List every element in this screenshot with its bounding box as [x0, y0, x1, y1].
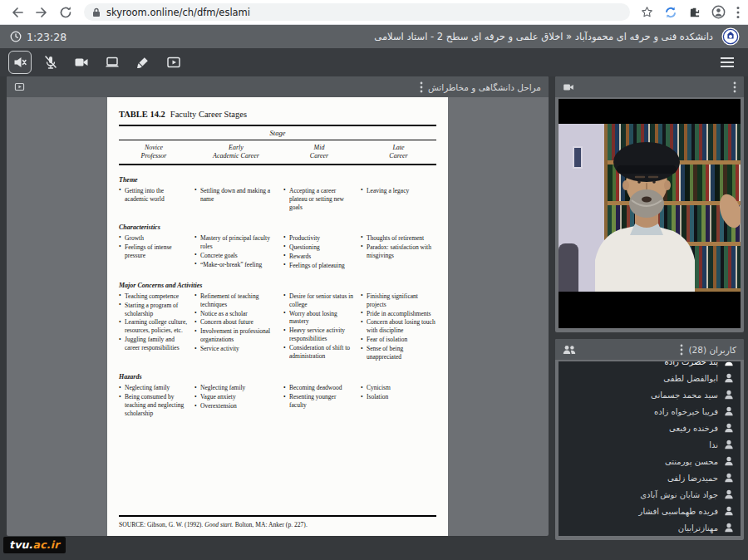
- bullet-item: Worry about losing mastery: [283, 310, 355, 327]
- bullet-item: Isolation: [361, 393, 436, 401]
- browser-chrome: skyroom.online/ch/dfm/eslami: [0, 0, 748, 25]
- slide-document: TABLE 14.2Faculty Career Stages Stage No…: [107, 97, 448, 536]
- bullet-item: Involvement in professional organization…: [194, 327, 278, 344]
- bullet-item: Concern about losing touch with discipli…: [361, 318, 436, 335]
- bullet-item: Productivity: [283, 234, 355, 243]
- section-row: GrowthFeelings of intense pressureMaster…: [119, 234, 436, 271]
- webcam-icon: [563, 81, 574, 93]
- bullet-item: Getting into the academic world: [119, 187, 189, 204]
- user-list-item[interactable]: فریبا خیرخواه زاده: [565, 403, 734, 420]
- profile-avatar-icon[interactable]: [711, 5, 726, 19]
- rule: [119, 125, 436, 126]
- bullet-item: Concern about future: [194, 318, 278, 327]
- bullet-item: Finishing significant projects: [361, 292, 436, 309]
- bullet-item: Questioning: [283, 243, 355, 252]
- rule: [119, 515, 436, 517]
- section-title: Hazards: [119, 373, 436, 381]
- url-bar[interactable]: skyroom.online/ch/dfm/eslami: [84, 3, 630, 21]
- user-list-item[interactable]: مهنازترابیان: [565, 519, 734, 536]
- user-list-item[interactable]: ابوالفضل لطفی: [565, 370, 734, 386]
- bullet-item: Feelings of intense pressure: [119, 243, 189, 260]
- presentation-menu-kebab-icon[interactable]: [420, 81, 423, 93]
- sync-extension-icon[interactable]: [664, 6, 677, 19]
- webcam-scene: [559, 124, 741, 292]
- back-icon[interactable]: [11, 6, 24, 19]
- badge-text-white: tvu.: [9, 538, 33, 551]
- user-list-item[interactable]: فریده طهماسبی افشار: [565, 503, 734, 519]
- column-header: NoviceProfessor: [119, 144, 189, 161]
- presentation-panel: مراحل دانشگاهی و مخاطراتش TABLE 14.2Facu…: [7, 76, 549, 536]
- session-title: دانشکده فنی و حرفه ای محمودآباد « اخلاق …: [374, 31, 713, 42]
- bullet-item: Paradox: satisfaction with misgivings: [361, 243, 436, 260]
- webcam-video[interactable]: [559, 99, 741, 328]
- user-list[interactable]: پند حضرت زاده ابوالفضل لطفی سید محمد جسم…: [559, 361, 741, 536]
- rule: [119, 140, 436, 140]
- column-header: EarlyAcademic Career: [194, 144, 278, 161]
- url-text: skyroom.online/ch/dfm/eslami: [106, 7, 250, 18]
- table-caption: TABLE 14.2Faculty Career Stages: [119, 110, 436, 119]
- table-label: TABLE 14.2: [119, 110, 165, 119]
- user-list-item[interactable]: پند حضرت زاده: [565, 361, 734, 370]
- column-header: LateCareer: [361, 144, 436, 161]
- bullet-item: Mastery of principal faculty roles: [194, 234, 278, 251]
- user-avatar-icon: [724, 473, 734, 483]
- presentation-mode-icon[interactable]: [14, 81, 25, 92]
- screen-share-button[interactable]: [101, 51, 124, 74]
- user-avatar-icon: [724, 523, 734, 533]
- user-list-item[interactable]: سید محمد جسمانی: [565, 386, 734, 403]
- presenter-person: [588, 134, 705, 292]
- section-row: Teaching competenceStarting a program of…: [119, 292, 436, 363]
- webcam-menu-kebab-icon[interactable]: [733, 81, 736, 93]
- bullet-item: Teaching competence: [119, 292, 189, 301]
- bullet-item: Being consumed by teaching and neglectin…: [119, 393, 189, 418]
- reload-icon[interactable]: [59, 6, 72, 19]
- bullet-item: Accepting a career plateau or setting ne…: [283, 187, 355, 212]
- speaker-muted-button[interactable]: [8, 51, 32, 74]
- user-list-item[interactable]: فرخنده رفیعی: [565, 420, 734, 436]
- users-panel-title: کاربران (28): [688, 345, 736, 355]
- user-list-item[interactable]: ندا: [565, 436, 734, 453]
- bookmark-star-icon[interactable]: [641, 6, 653, 18]
- forward-icon[interactable]: [35, 6, 48, 19]
- user-list-item[interactable]: محسن پورمنتی: [565, 453, 734, 469]
- bullet-item: Sense of being unappreciated: [361, 345, 436, 361]
- user-list-item[interactable]: جواد شایان نوش آبادی: [565, 486, 734, 503]
- browser-menu-kebab-icon[interactable]: [736, 6, 740, 19]
- chair-silhouette: [559, 243, 578, 292]
- timer-value: 1:23:28: [27, 31, 66, 43]
- badge-text-orange: ac.ir: [33, 538, 60, 551]
- users-panel-header: کاربران (28): [555, 339, 744, 360]
- camera-button[interactable]: [70, 51, 93, 74]
- source-line: SOURCE: Gibson, G. W. (1992). Good start…: [119, 521, 436, 528]
- bullet-item: Overextension: [194, 402, 278, 410]
- user-name: فریبا خیرخواه زاده: [654, 407, 718, 416]
- section-row: Neglecting familyBeing consumed by teach…: [119, 384, 436, 419]
- user-list-item[interactable]: حمیدرضا زلفی: [565, 469, 734, 486]
- mic-muted-button[interactable]: [39, 51, 62, 74]
- bullet-item: Concrete goals: [194, 252, 278, 260]
- section-row: Getting into the academic worldSettling …: [119, 187, 436, 213]
- user-name: فرخنده رفیعی: [669, 424, 718, 433]
- users-panel: کاربران (28) پند حضرت زاده ابوالفضل لطفی…: [555, 339, 744, 540]
- session-timer: 1:23:28: [10, 31, 66, 43]
- table-title: Faculty Career Stages: [170, 110, 247, 119]
- extensions-puzzle-icon[interactable]: [688, 6, 701, 18]
- user-avatar-icon: [724, 423, 734, 433]
- bullet-item: Growth: [119, 234, 189, 243]
- draw-brush-button[interactable]: [131, 51, 155, 74]
- section-title: Characteristics: [119, 224, 436, 231]
- user-name: ابوالفضل لطفی: [663, 374, 718, 383]
- hamburger-menu-icon[interactable]: [720, 56, 735, 68]
- bullet-item: Heavy service activity responsibilities: [283, 327, 355, 343]
- bullet-item: Settling down and making a name: [194, 187, 278, 204]
- bullet-item: Refinement of teaching techniques: [194, 292, 278, 309]
- media-player-button[interactable]: [162, 51, 185, 74]
- bullet-item: Service activity: [194, 345, 278, 353]
- column-header: MidCareer: [283, 144, 355, 161]
- bullet-item: Neglecting family: [119, 384, 189, 392]
- users-menu-kebab-icon[interactable]: [680, 344, 683, 356]
- user-avatar-icon: [724, 390, 734, 400]
- user-avatar-icon: [724, 361, 734, 366]
- bullet-item: Pride in accomplishments: [361, 310, 436, 318]
- user-avatar-icon: [724, 456, 734, 466]
